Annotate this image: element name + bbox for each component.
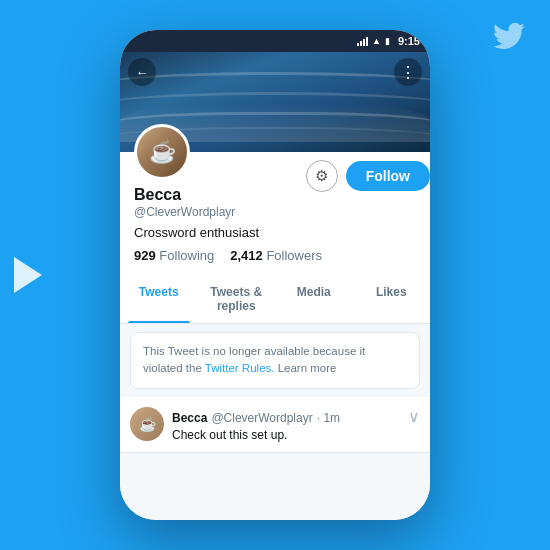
tweet-expand-icon[interactable]: ∨	[408, 407, 420, 426]
twitter-rules-link[interactable]: Twitter Rules.	[205, 362, 275, 374]
phone-mockup: ▲ ▮ 9:15 ← ⋮ ⚙ Follow Becc	[120, 30, 430, 520]
status-time: 9:15	[398, 35, 420, 47]
following-count: 929	[134, 248, 156, 263]
more-icon: ⋮	[400, 63, 417, 82]
signal-icon	[357, 36, 368, 46]
following-label: Following	[159, 248, 214, 263]
following-stat: 929 Following	[134, 248, 214, 263]
tab-likes[interactable]: Likes	[353, 275, 431, 323]
wifi-icon: ▲	[372, 36, 381, 46]
tweet-item: ☕ Becca @CleverWordplayr · 1m ∨ Check ou…	[120, 397, 430, 453]
profile-section: ⚙ Follow Becca @CleverWordplayr Crosswor…	[120, 152, 430, 275]
battery-icon: ▮	[385, 36, 390, 46]
profile-actions: ⚙ Follow	[306, 160, 430, 192]
profile-bio: Crossword enthusiast	[134, 225, 416, 240]
notice-box: This Tweet is no longer available becaus…	[130, 332, 420, 389]
twitter-bird-icon	[490, 18, 528, 61]
tweet-avatar: ☕	[130, 407, 164, 441]
follow-button[interactable]: Follow	[346, 161, 430, 191]
avatar	[134, 124, 190, 180]
followers-count: 2,412	[230, 248, 263, 263]
header-nav: ← ⋮	[120, 52, 430, 92]
tweet-text: Check out this set up.	[172, 428, 420, 442]
profile-handle: @CleverWordplayr	[134, 205, 416, 219]
followers-label: Followers	[266, 248, 322, 263]
followers-stat: 2,412 Followers	[230, 248, 322, 263]
play-icon[interactable]	[14, 257, 42, 293]
back-button[interactable]: ←	[128, 58, 156, 86]
tweet-author-name: Becca	[172, 411, 207, 425]
tweet-header: Becca @CleverWordplayr · 1m ∨	[172, 407, 420, 426]
tabs-bar: Tweets Tweets & replies Media Likes	[120, 275, 430, 324]
tab-media[interactable]: Media	[275, 275, 353, 323]
settings-button[interactable]: ⚙	[306, 160, 338, 192]
stats-row: 929 Following 2,412 Followers	[134, 248, 416, 263]
tweet-feed: This Tweet is no longer available becaus…	[120, 324, 430, 520]
more-button[interactable]: ⋮	[394, 58, 422, 86]
status-bar: ▲ ▮ 9:15	[120, 30, 430, 52]
tweet-content: Becca @CleverWordplayr · 1m ∨ Check out …	[172, 407, 420, 442]
back-icon: ←	[136, 65, 149, 80]
tweet-time: · 1m	[317, 411, 340, 425]
tab-tweets[interactable]: Tweets	[120, 275, 198, 323]
tweet-author-handle: @CleverWordplayr	[211, 411, 312, 425]
learn-more-text: Learn more	[274, 362, 336, 374]
tab-tweets-replies[interactable]: Tweets & replies	[198, 275, 276, 323]
settings-icon: ⚙	[315, 167, 328, 185]
